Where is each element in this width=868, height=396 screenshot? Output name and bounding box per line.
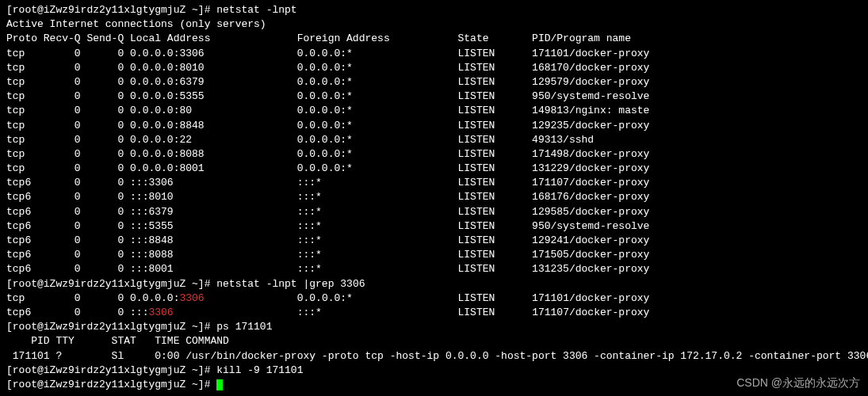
netstat-row: tcp6 0 0 :::3306 :::* LISTEN 171107/dock… — [6, 176, 862, 190]
prompt-line-active[interactable]: [root@iZwz9irdz2y11xlgtygmjuZ ~]# — [6, 378, 862, 392]
watermark: CSDN @永远的永远次方 — [736, 375, 860, 391]
netstat-row: tcp 0 0 0.0.0.0:6379 0.0.0.0:* LISTEN 12… — [6, 75, 862, 89]
command-text: kill -9 171101 — [216, 364, 303, 376]
grep-row: tcp 0 0 0.0.0.0:3306 0.0.0.0:* LISTEN 17… — [6, 291, 862, 306]
netstat-row: tcp 0 0 0.0.0.0:8088 0.0.0.0:* LISTEN 17… — [6, 147, 862, 162]
netstat-row: tcp 0 0 0.0.0.0:3306 0.0.0.0:* LISTEN 17… — [6, 47, 862, 61]
netstat-title: Active Internet connections (only server… — [6, 17, 862, 32]
command-text: ps 171101 — [216, 321, 272, 333]
prompt-line: [root@iZwz9irdz2y11xlgtygmjuZ ~]# ps 171… — [6, 320, 862, 334]
prompt: [root@iZwz9irdz2y11xlgtygmjuZ ~]# — [6, 4, 216, 16]
grep-match: 3306 — [179, 292, 204, 304]
netstat-row: tcp6 0 0 :::8010 :::* LISTEN 168176/dock… — [6, 190, 862, 204]
netstat-row: tcp6 0 0 :::8088 :::* LISTEN 171505/dock… — [6, 248, 862, 262]
command-text: netstat -lnpt |grep 3306 — [216, 278, 365, 290]
prompt-line: [root@iZwz9irdz2y11xlgtygmjuZ ~]# netsta… — [6, 3, 862, 17]
netstat-row: tcp 0 0 0.0.0.0:8848 0.0.0.0:* LISTEN 12… — [6, 119, 862, 133]
netstat-row: tcp 0 0 0.0.0.0:22 0.0.0.0:* LISTEN 4931… — [6, 133, 862, 147]
prompt: [root@iZwz9irdz2y11xlgtygmjuZ ~]# — [6, 364, 216, 376]
netstat-row: tcp 0 0 0.0.0.0:80 0.0.0.0:* LISTEN 1498… — [6, 104, 862, 118]
netstat-row: tcp 0 0 0.0.0.0:8010 0.0.0.0:* LISTEN 16… — [6, 61, 862, 75]
prompt-line: [root@iZwz9irdz2y11xlgtygmjuZ ~]# kill -… — [6, 364, 862, 378]
prompt: [root@iZwz9irdz2y11xlgtygmjuZ ~]# — [6, 379, 216, 390]
netstat-row: tcp6 0 0 :::8848 :::* LISTEN 129241/dock… — [6, 234, 862, 248]
command-text: netstat -lnpt — [216, 4, 296, 16]
prompt-line: [root@iZwz9irdz2y11xlgtygmjuZ ~]# netsta… — [6, 277, 862, 291]
netstat-row: tcp6 0 0 :::8001 :::* LISTEN 131235/dock… — [6, 262, 862, 276]
netstat-row: tcp6 0 0 :::5355 :::* LISTEN 950/systemd… — [6, 219, 862, 234]
terminal-output[interactable]: [root@iZwz9irdz2y11xlgtygmjuZ ~]# netsta… — [6, 3, 862, 392]
prompt: [root@iZwz9irdz2y11xlgtygmjuZ ~]# — [6, 321, 216, 333]
cursor — [216, 379, 223, 390]
netstat-row: tcp 0 0 0.0.0.0:8001 0.0.0.0:* LISTEN 13… — [6, 162, 862, 176]
grep-row: tcp6 0 0 :::3306 :::* LISTEN 171107/dock… — [6, 306, 862, 320]
netstat-row: tcp6 0 0 :::6379 :::* LISTEN 129585/dock… — [6, 205, 862, 219]
ps-header: PID TTY STAT TIME COMMAND — [6, 334, 862, 348]
grep-match: 3306 — [148, 307, 173, 318]
ps-row: 171101 ? Sl 0:00 /usr/bin/docker-proxy -… — [6, 349, 862, 364]
netstat-row: tcp 0 0 0.0.0.0:5355 0.0.0.0:* LISTEN 95… — [6, 89, 862, 104]
prompt: [root@iZwz9irdz2y11xlgtygmjuZ ~]# — [6, 278, 216, 290]
netstat-header: Proto Recv-Q Send-Q Local Address Foreig… — [6, 32, 862, 46]
